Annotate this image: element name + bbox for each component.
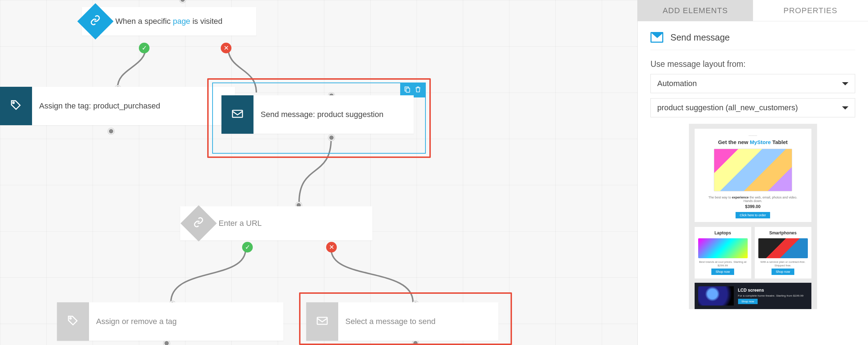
preview-column-laptops: Laptops Best brands at cool prices. Star…	[695, 227, 751, 278]
svg-rect-4	[317, 317, 327, 324]
properties-panel: ADD ELEMENTS PROPERTIES Send message Use…	[637, 0, 868, 345]
preview-hero-image	[714, 149, 792, 191]
duplicate-icon[interactable]	[404, 85, 411, 95]
preview-price: $399.00	[698, 204, 808, 209]
select-layout-source[interactable]: Automation	[650, 74, 855, 93]
node-label: Enter a URL	[211, 219, 272, 228]
preview-banner-image	[698, 286, 734, 306]
connector-dot[interactable]	[179, 0, 186, 3]
preview-cta-button: Click here to order	[736, 212, 770, 218]
mail-icon	[650, 32, 663, 43]
tag-icon	[67, 315, 79, 328]
node-assign-tag[interactable]: Assign the tag: product_purchased	[0, 87, 235, 125]
delete-icon[interactable]	[414, 85, 422, 95]
svg-rect-2	[232, 110, 242, 117]
panel-tabs: ADD ELEMENTS PROPERTIES	[638, 0, 868, 21]
node-label: Assign the tag: product_purchased	[32, 101, 171, 111]
link-icon	[90, 15, 101, 28]
panel-title: Send message	[650, 32, 855, 50]
node-label: When a specific page is visited	[108, 17, 233, 26]
chevron-down-icon	[842, 82, 848, 85]
field-label: Use message layout from:	[650, 59, 855, 69]
connector-dot[interactable]	[108, 128, 114, 134]
preview-title: Get the new MyStore Tablet	[698, 139, 808, 145]
email-preview: ——— Get the new MyStore Tablet The best …	[689, 124, 817, 309]
svg-point-3	[70, 318, 71, 319]
tab-add-elements[interactable]: ADD ELEMENTS	[638, 0, 753, 21]
node-page-visited[interactable]: When a specific page is visited	[82, 7, 256, 36]
node-send-message[interactable]: Send message: product suggestion	[221, 95, 414, 134]
preview-column-smartphones: Smartphones With a service plan or contr…	[755, 227, 811, 278]
branch-yes-icon: ✓	[242, 242, 253, 253]
branch-yes-icon: ✓	[139, 43, 150, 53]
chevron-down-icon	[842, 106, 848, 110]
preview-col-image	[758, 238, 808, 258]
node-select-message[interactable]: Select a message to send	[306, 302, 498, 341]
preview-col-image	[698, 238, 748, 258]
svg-point-0	[13, 102, 14, 104]
select-message-template[interactable]: product suggestion (all_new_customers)	[650, 98, 855, 117]
branch-no-icon: ✕	[326, 242, 337, 253]
preview-description: The best way to experience the web, emai…	[705, 196, 801, 203]
mail-icon	[316, 316, 328, 327]
node-label: Select a message to send	[338, 317, 446, 326]
mail-icon	[231, 109, 244, 120]
workflow-canvas[interactable]: ✓ ✕ ✓ ✕ When a specific page is visited …	[0, 0, 637, 345]
preview-dark-banner: LCD screens For a complete home theatre.…	[695, 283, 811, 309]
tab-properties[interactable]: PROPERTIES	[753, 0, 868, 21]
node-label: Send message: product suggestion	[253, 110, 394, 119]
node-assign-remove-tag[interactable]: Assign or remove a tag	[57, 302, 283, 341]
branch-no-icon: ✕	[221, 43, 231, 53]
node-label: Assign or remove a tag	[89, 317, 187, 326]
preview-preheader: ———	[698, 134, 808, 137]
svg-rect-1	[406, 88, 410, 92]
tag-icon	[10, 99, 22, 113]
connector-dot[interactable]	[163, 340, 170, 345]
link-icon	[193, 217, 204, 230]
node-url-condition[interactable]: Enter a URL	[180, 206, 372, 240]
